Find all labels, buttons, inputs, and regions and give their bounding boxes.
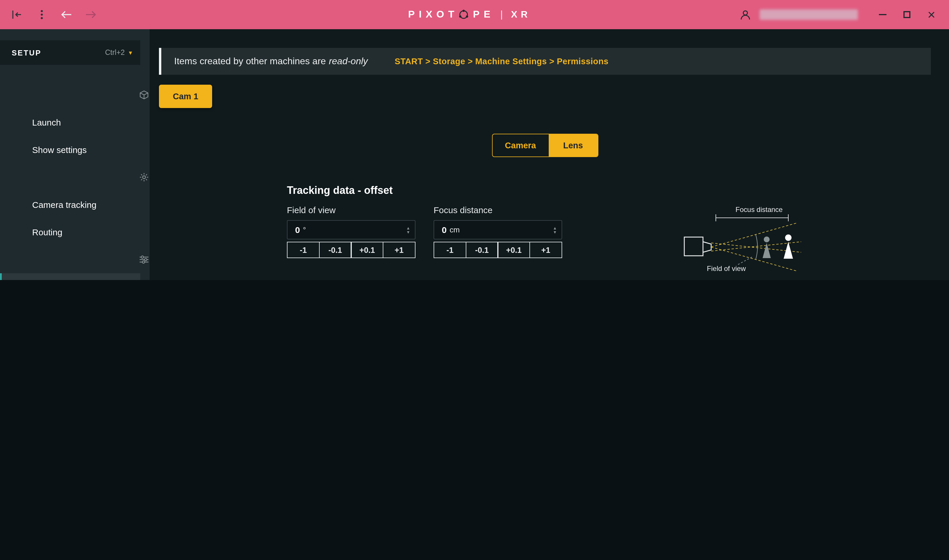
- sidebar-item-launch[interactable]: Launch: [0, 109, 140, 136]
- diagram-focus-distance-label: Focus distance: [735, 206, 782, 214]
- field-of-view-input[interactable]: 0 ° ▲▼: [287, 220, 415, 239]
- focus-distance-group: Focus distance 0 cm ▲▼ -1 -0.1 +0.1 +1: [434, 205, 562, 258]
- forward-arrow-icon[interactable]: [84, 8, 97, 21]
- value-spinner[interactable]: ▲▼: [406, 226, 410, 234]
- sidebar-item-camera-tracking[interactable]: Camera tracking: [0, 191, 140, 218]
- logo-text-right: PE: [473, 9, 494, 20]
- logo-text-left: PIXOT: [408, 9, 458, 20]
- atom-logo-icon: [457, 8, 470, 21]
- collapse-sidebar-icon[interactable]: [11, 8, 23, 21]
- focus-distance-input[interactable]: 0 cm ▲▼: [434, 220, 562, 239]
- readonly-message: Items created by other machines areread-…: [174, 56, 368, 66]
- sidebar-nav: Show ▾ Launch Show settings Configure ▾ …: [0, 81, 150, 280]
- product-label-xr: XR: [511, 9, 531, 20]
- stepper-plus-1[interactable]: +1: [529, 242, 562, 258]
- tab-camera[interactable]: Camera: [492, 134, 549, 157]
- logo-divider: |: [500, 9, 503, 20]
- readonly-notice: Items created by other machines areread-…: [159, 48, 931, 75]
- calibrate-icon: [139, 254, 149, 265]
- stepper-minus-1[interactable]: -1: [434, 242, 466, 258]
- field-of-view-group: Field of view 0 ° ▲▼ -1 -0.1 +0.1 +1: [287, 205, 415, 258]
- pixotope-logo: PIXOT PE | XR: [408, 8, 531, 21]
- spin-up-icon: ▲: [553, 226, 557, 230]
- stepper-plus-0-1[interactable]: +0.1: [351, 242, 384, 258]
- tracking-offset-title: Tracking data - offset: [287, 184, 931, 197]
- person-icon: [784, 234, 793, 259]
- stepper-plus-1[interactable]: +1: [383, 242, 415, 258]
- sidebar-item-show-settings[interactable]: Show settings: [0, 136, 140, 163]
- main-content: Items created by other machines areread-…: [150, 29, 949, 280]
- show-icon: [139, 90, 149, 100]
- configure-icon: [139, 172, 149, 183]
- section-tracking-offset: Tracking data - offset Field of view 0 °…: [287, 184, 931, 258]
- value-spinner[interactable]: ▲▼: [553, 226, 557, 234]
- camera-lens-toggle: Camera Lens: [492, 134, 598, 157]
- field-of-view-label: Field of view: [287, 205, 415, 215]
- chevron-down-icon: ▾: [129, 49, 132, 56]
- user-icon[interactable]: [739, 8, 751, 21]
- focus-distance-label: Focus distance: [434, 205, 562, 215]
- diagram-field-of-view-label: Field of view: [707, 265, 746, 272]
- breadcrumb[interactable]: START > Storage > Machine Settings > Per…: [395, 57, 609, 66]
- setup-label: SETUP: [12, 48, 42, 57]
- camera-icon: [684, 237, 711, 256]
- spin-down-icon: ▼: [553, 230, 557, 234]
- spin-down-icon: ▼: [406, 230, 410, 234]
- stepper-minus-0-1[interactable]: -0.1: [319, 242, 352, 258]
- setup-shortcut: Ctrl+2: [105, 48, 125, 57]
- kebab-menu-icon[interactable]: [35, 8, 48, 21]
- stepper-row: -1 -0.1 +0.1 +1: [434, 242, 562, 258]
- stepper-minus-0-1[interactable]: -0.1: [466, 242, 498, 258]
- tab-lens[interactable]: Lens: [549, 134, 597, 157]
- fov-diagram: Focus distance: [677, 206, 805, 278]
- back-arrow-icon[interactable]: [60, 8, 73, 21]
- stepper-minus-1[interactable]: -1: [287, 242, 319, 258]
- setup-selector[interactable]: SETUP Ctrl+2 ▾: [0, 40, 140, 65]
- spin-up-icon: ▲: [406, 226, 410, 230]
- app-window: PIXOT PE | XR ×: [0, 0, 949, 280]
- stepper-plus-0-1[interactable]: +0.1: [498, 242, 530, 258]
- user-email-redacted[interactable]: [760, 9, 858, 20]
- person-icon: [762, 237, 771, 258]
- close-button[interactable]: ×: [924, 8, 938, 22]
- minimize-button[interactable]: [875, 8, 889, 22]
- sidebar: SETUP Ctrl+2 ▾ Show ▾ Launch Show settin…: [0, 29, 150, 280]
- stepper-row: -1 -0.1 +0.1 +1: [287, 242, 415, 258]
- titlebar: PIXOT PE | XR ×: [0, 0, 949, 29]
- sidebar-item-routing[interactable]: Routing: [0, 218, 140, 246]
- maximize-button[interactable]: [900, 8, 914, 22]
- cam1-tab[interactable]: Cam 1: [159, 85, 212, 108]
- sidebar-item-tracking[interactable]: Tracking: [0, 273, 140, 280]
